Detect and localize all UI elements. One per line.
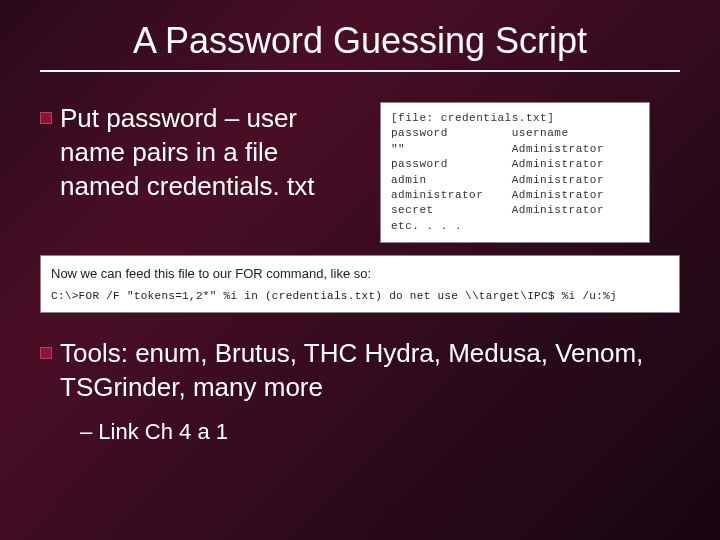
bullet-text-1: Put password – user name pairs in a file… xyxy=(60,102,360,203)
bullet-text-2: Tools: enum, Brutus, THC Hydra, Medusa, … xyxy=(60,337,680,405)
slide-title: A Password Guessing Script xyxy=(40,20,680,62)
bullet-item-1: Put password – user name pairs in a file… xyxy=(40,102,360,203)
bullet-marker-icon xyxy=(40,112,52,124)
bullet-item-2: Tools: enum, Brutus, THC Hydra, Medusa, … xyxy=(40,337,680,405)
title-underline xyxy=(40,70,680,72)
command-code: C:\>FOR /F "tokens=1,2*" %i in (credenti… xyxy=(51,288,669,305)
bullet-marker-icon xyxy=(40,347,52,359)
sub-bullet-1: Link Ch 4 a 1 xyxy=(80,419,680,445)
command-description: Now we can feed this file to our FOR com… xyxy=(51,264,669,284)
slide-container: A Password Guessing Script Put password … xyxy=(0,0,720,465)
content-row-1: Put password – user name pairs in a file… xyxy=(40,102,680,243)
credentials-file-box: [file: credentials.txt] password usernam… xyxy=(380,102,650,243)
sub-bullet-text: Link Ch 4 a 1 xyxy=(80,419,228,444)
command-box: Now we can feed this file to our FOR com… xyxy=(40,255,680,313)
